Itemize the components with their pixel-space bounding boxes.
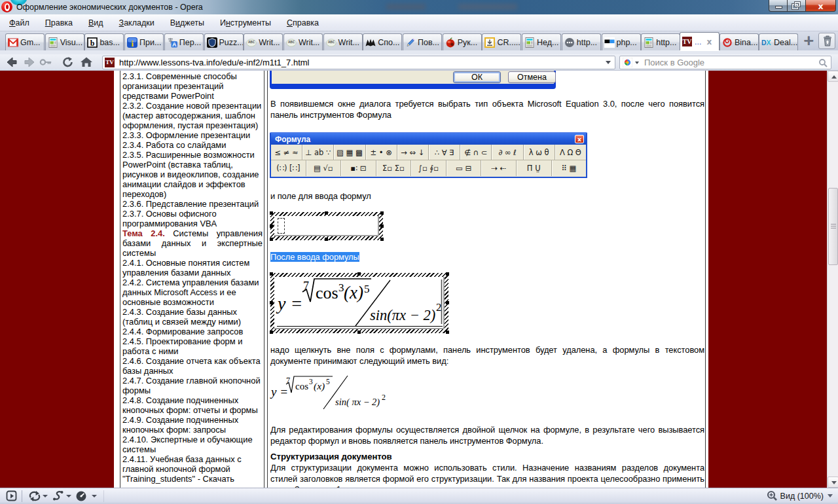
toc-line[interactable]: 2.4.2. Система управления базами	[122, 278, 263, 287]
toc-line[interactable]: 2.4.11. Учебная база данных с	[122, 454, 263, 464]
toc-line[interactable]: 2.4.7. Создание главной кнопочной	[122, 376, 263, 386]
toc-line[interactable]: работа с ними	[122, 346, 263, 356]
toc-line[interactable]: анимации слайдов и эффектов	[122, 179, 263, 189]
unite-dropdown-icon[interactable]	[66, 495, 71, 497]
menu-view[interactable]: Вид	[88, 18, 103, 27]
toc-line[interactable]: 2.3.7. Основы офисного	[122, 209, 263, 219]
tab-per[interactable]: A Пер...	[164, 33, 204, 50]
close-button[interactable]: x	[805, 0, 836, 12]
toc-line[interactable]: главной кнопочной формой	[122, 464, 263, 474]
forward-button[interactable]	[23, 56, 36, 68]
closed-tabs-trash-button[interactable]	[818, 33, 835, 49]
rewind-button[interactable]	[39, 56, 52, 68]
menu-help[interactable]: Справка	[287, 18, 319, 27]
panels-toggle-button[interactable]	[5, 490, 18, 503]
toc-line[interactable]: 2.4.6. Создание отчета как объекта	[122, 356, 263, 366]
tab-pov[interactable]: Пов...	[403, 33, 442, 50]
new-tab-button[interactable]: +	[802, 35, 815, 48]
search-icon[interactable]	[818, 58, 828, 67]
toc-line[interactable]: базы данных	[122, 366, 263, 376]
tab-close-icon[interactable]: x	[706, 37, 712, 46]
tab-writ3[interactable]: ABC Writ...	[323, 33, 363, 50]
toc-line[interactable]: 2.4.10. Экспертные и обучающие	[122, 435, 263, 444]
tab-visual[interactable]: Visu...	[45, 33, 84, 50]
tab-http2[interactable]: http...	[641, 33, 680, 50]
menu-tools[interactable]: Инструменты	[220, 18, 271, 27]
toc-line-tema[interactable]: Тема 2.4. Системы управления	[122, 228, 263, 238]
toc-line[interactable]: 2.3.3. Оформление презентации	[122, 130, 263, 140]
tab-writ2[interactable]: ABC Writ...	[283, 33, 323, 50]
toc-line[interactable]: 2.4.8. Создание подчиненных	[122, 395, 263, 405]
toc-line[interactable]: кнопочных форм: отчеты и формы	[122, 405, 263, 415]
toc-line[interactable]: системы	[122, 444, 263, 454]
toc-line[interactable]: 2.4.3. Создание базы данных	[122, 307, 263, 317]
vertical-scrollbar[interactable]	[827, 71, 838, 488]
tab-http1[interactable]: http...	[562, 33, 601, 50]
toc-line[interactable]: рисунков и видеоклипов, создание	[122, 170, 263, 179]
tab-spo[interactable]: Спо...	[363, 33, 402, 50]
toc-line[interactable]: PowerPoint (вставка таблиц,	[122, 160, 263, 170]
tab-puzz[interactable]: Puzz...	[204, 33, 244, 50]
home-button[interactable]	[80, 56, 93, 68]
toc-line[interactable]: кнопочных форм: запросы	[122, 425, 263, 435]
turbo-button[interactable]	[75, 490, 88, 503]
toc-line[interactable]: организации презентаций	[122, 81, 263, 91]
toc-line[interactable]: базами данных и экспертные	[122, 238, 263, 248]
toc-line[interactable]: "Training_students" - Скачать	[122, 474, 263, 484]
tab-writ1[interactable]: ABC Writ...	[244, 33, 283, 50]
reload-button[interactable]	[62, 56, 75, 68]
zoom-level-label[interactable]: Вид (100%)	[780, 492, 824, 501]
tab-bina[interactable]: Bina...	[720, 33, 759, 50]
tab-bas[interactable]: b bas...	[84, 33, 124, 50]
back-button[interactable]	[5, 56, 18, 68]
toc-line[interactable]: (мастер автосодержания, шаблон	[122, 111, 263, 120]
menu-bookmarks[interactable]: Закладки	[119, 18, 155, 27]
minimize-button[interactable]	[769, 0, 788, 12]
sync-button[interactable]	[27, 490, 42, 503]
turbo-dropdown-icon[interactable]	[92, 495, 97, 497]
url-field[interactable]: TV http://www.lessons-tva.info/edu/e-inf…	[102, 56, 615, 69]
toc-line[interactable]: 2.4.5. Проектирование форм и	[122, 336, 263, 346]
toc-line[interactable]: формы	[122, 386, 263, 395]
toc-line[interactable]: 2.4.9. Создание подчиненных	[122, 415, 263, 425]
toc-line[interactable]: 2.3.5. Расширенные возможности	[122, 150, 263, 160]
dialog-ok-button[interactable]: ОК	[453, 71, 501, 83]
tab-pri[interactable]: i При...	[124, 33, 164, 50]
scroll-down-button[interactable]	[828, 477, 838, 488]
tab-ruk[interactable]: Рук...	[443, 33, 482, 50]
url-dropdown-icon[interactable]	[606, 61, 611, 64]
toc-line[interactable]: средствами PowerPoint	[122, 91, 263, 101]
toc-line[interactable]: 2.3.2. Создание новой презентации	[122, 101, 263, 111]
tab-ned[interactable]: Нед...	[522, 33, 561, 50]
search-field[interactable]: Поиск в Google	[619, 56, 831, 69]
tab-gmail[interactable]: Gm...	[5, 33, 45, 50]
toc-line[interactable]: (таблиц и связей между ними)	[122, 317, 263, 327]
scrollbar-thumb[interactable]	[828, 188, 838, 265]
scroll-up-button[interactable]	[828, 71, 838, 82]
toc-line[interactable]: оформления, пустая презентация)	[122, 120, 263, 130]
toc-line[interactable]: программирования VBA	[122, 219, 263, 228]
sync-dropdown-icon[interactable]	[43, 495, 48, 497]
toc-line[interactable]: 2.3.4. Работа со слайдами	[122, 140, 263, 150]
toc-line[interactable]: переходов)	[122, 189, 263, 199]
restore-button[interactable]	[788, 0, 805, 12]
zoom-dropdown-icon[interactable]	[828, 494, 833, 497]
toc-line[interactable]: 2.3.1. Современные способы	[122, 71, 263, 81]
tab-cr[interactable]: CR......	[482, 33, 521, 50]
toc-line[interactable]: основные возможности	[122, 297, 263, 307]
toc-line[interactable]: данных Microsoft Access и ее	[122, 287, 263, 297]
toc-line[interactable]: управления базами данных	[122, 268, 263, 278]
menu-edit[interactable]: Правка	[45, 18, 73, 27]
unite-button[interactable]	[51, 490, 65, 503]
toc-line[interactable]: системы	[122, 248, 263, 258]
menu-widgets[interactable]: Виджеты	[170, 18, 204, 27]
toc-line[interactable]: 2.4.1. Основные понятия систем	[122, 258, 263, 268]
tab-deal[interactable]: DX Deal...	[759, 33, 798, 50]
toc-line[interactable]: 2.4.4. Формирование запросов	[122, 327, 263, 336]
toc-line[interactable]: 2.3.6. Представление презентаций	[122, 199, 263, 209]
tab-tv-active[interactable]: TV ...x	[680, 32, 720, 50]
dialog-cancel-button[interactable]: Отмена	[508, 71, 556, 83]
search-engine-dropdown-icon[interactable]	[635, 62, 639, 64]
menu-file[interactable]: Файл	[9, 18, 29, 27]
tab-php[interactable]: php...	[602, 33, 641, 50]
